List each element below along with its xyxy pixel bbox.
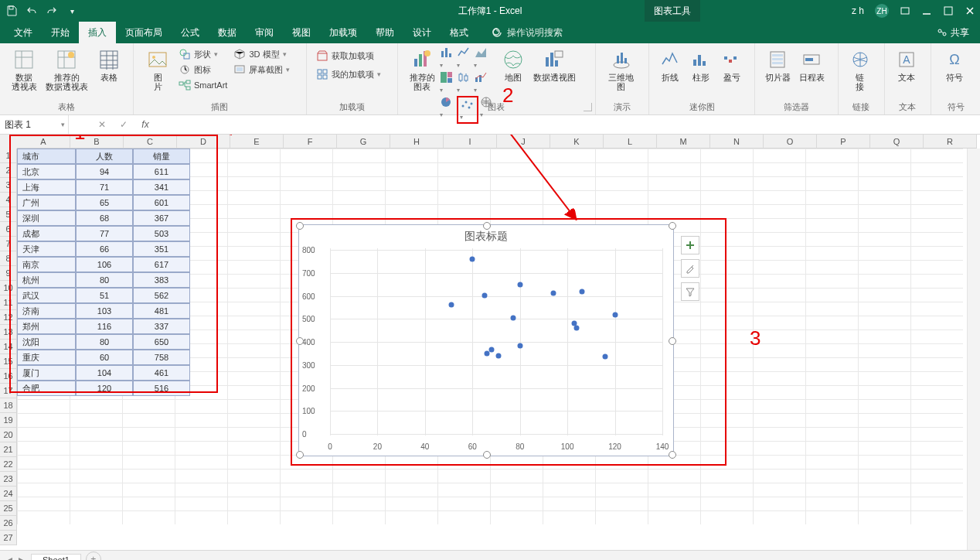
- line-chart-icon[interactable]: ▾: [457, 46, 472, 70]
- svg-rect-61: [772, 54, 783, 56]
- column-chart-icon[interactable]: ▾: [440, 46, 455, 70]
- my-addins-button[interactable]: 我的加载项▾: [313, 67, 391, 82]
- link-button[interactable]: 链 接: [845, 45, 876, 91]
- svg-line-71: [479, 135, 575, 218]
- group-links: 链 接 链接: [839, 43, 885, 114]
- enter-formula-icon[interactable]: ✓: [117, 119, 131, 130]
- screenshot-button[interactable]: 屏幕截图▾: [230, 62, 293, 77]
- pivotchart-icon: [543, 48, 566, 71]
- pivotchart-button[interactable]: 数据透视图: [531, 45, 577, 82]
- textbox-icon: A: [895, 48, 918, 71]
- sparkline-column-button[interactable]: 柱形: [686, 45, 716, 82]
- tab-review[interactable]: 审阅: [246, 22, 283, 43]
- tab-data[interactable]: 数据: [209, 22, 246, 43]
- tab-addins[interactable]: 加载项: [320, 22, 366, 43]
- slicer-button[interactable]: 切片器: [761, 45, 794, 82]
- cancel-formula-icon[interactable]: ✕: [95, 119, 109, 130]
- textbox-button[interactable]: A 文本: [891, 45, 922, 82]
- group-tours: 三维地 图 演示: [596, 43, 650, 114]
- svg-rect-2: [944, 7, 952, 15]
- worksheet-grid[interactable]: ABCDEFGHIJKLMNOPQR 123456789101112131415…: [0, 135, 980, 560]
- sheet-nav-prev[interactable]: ◂: [5, 554, 15, 560]
- svg-rect-47: [550, 53, 553, 67]
- tellme-search[interactable]: 操作说明搜索: [492, 22, 563, 43]
- svg-rect-9: [100, 51, 117, 68]
- sparkline-line-icon: [658, 48, 682, 71]
- shapes-button[interactable]: 形状▾: [175, 46, 230, 62]
- share-button[interactable]: 共享: [937, 22, 980, 43]
- svg-rect-1: [901, 8, 909, 14]
- group-illustrations-label: 插图: [134, 101, 306, 113]
- share-label: 共享: [951, 26, 969, 39]
- map-chart-button[interactable]: 地图: [495, 45, 531, 82]
- tab-design[interactable]: 设计: [403, 22, 441, 43]
- close-icon[interactable]: [965, 5, 975, 16]
- tab-insert[interactable]: 插入: [79, 22, 116, 43]
- smartart-button[interactable]: SmartArt: [175, 77, 230, 93]
- user-name[interactable]: z h: [852, 5, 864, 16]
- group-charts: 推荐的 图表 ▾ ▾ ▾ ▾ ▾ ▾ ▾ ▾ ▾: [398, 43, 596, 114]
- table-button[interactable]: 表格: [91, 45, 127, 91]
- combo-chart-icon[interactable]: ▾: [474, 71, 489, 94]
- svg-rect-6: [15, 51, 32, 68]
- group-addins-label: 加载项: [307, 101, 397, 113]
- add-sheet-button[interactable]: +: [86, 551, 101, 560]
- group-sparklines: 折线 柱形 盈亏 迷你图: [649, 43, 755, 114]
- shapes-icon: [179, 48, 191, 60]
- tab-home[interactable]: 开始: [42, 22, 79, 43]
- tab-help[interactable]: 帮助: [366, 22, 403, 43]
- pivottable-icon: [12, 48, 36, 71]
- tab-pagelayout[interactable]: 页面布局: [116, 22, 172, 43]
- symbol-button[interactable]: Ω 符号: [937, 45, 971, 82]
- treemap-icon[interactable]: ▾: [440, 71, 455, 94]
- group-charts-label: 图表: [398, 101, 595, 113]
- ribbon-display-icon[interactable]: [900, 5, 910, 16]
- undo-icon[interactable]: [25, 4, 39, 18]
- timeline-button[interactable]: 日程表: [795, 45, 828, 82]
- tab-format[interactable]: 格式: [441, 22, 478, 43]
- area-chart-icon[interactable]: ▾: [474, 46, 489, 70]
- tab-formulas[interactable]: 公式: [172, 22, 209, 43]
- threed-map-icon: [610, 48, 633, 71]
- minimize-icon[interactable]: [921, 5, 932, 16]
- user-avatar[interactable]: ZH: [875, 4, 889, 18]
- recommended-pivottable-button[interactable]: 推荐的 数据透视表: [43, 45, 90, 91]
- sparkline-winloss-button[interactable]: 盈亏: [717, 45, 747, 82]
- tab-view[interactable]: 视图: [283, 22, 320, 43]
- tab-file[interactable]: 文件: [5, 22, 42, 43]
- group-tables-label: 表格: [0, 101, 133, 113]
- annotation-number-2: 2: [502, 84, 513, 108]
- sheet-tabs-bar: ◂ ▸ Sheet1 +: [0, 550, 980, 560]
- link-icon: [849, 48, 872, 71]
- fx-icon[interactable]: fx: [138, 119, 152, 130]
- icons-icon: [179, 63, 191, 76]
- svg-rect-29: [441, 51, 444, 57]
- sparkline-line-button[interactable]: 折线: [655, 45, 685, 82]
- save-icon[interactable]: [5, 4, 19, 18]
- recommended-charts-button[interactable]: 推荐的 图表: [404, 45, 440, 91]
- svg-text:Ω: Ω: [949, 52, 959, 67]
- maximize-icon[interactable]: [943, 5, 954, 16]
- threed-model-button[interactable]: 3D 模型▾: [230, 46, 293, 62]
- group-tables: 数据 透视表 推荐的 数据透视表 表格 表格: [0, 43, 134, 114]
- sheet-nav-next[interactable]: ▸: [15, 554, 26, 560]
- stats-chart-icon[interactable]: ▾: [457, 71, 472, 94]
- pictures-button[interactable]: 图 片: [140, 45, 175, 93]
- svg-rect-59: [733, 56, 737, 60]
- charts-dialog-launcher[interactable]: [584, 103, 592, 111]
- svg-point-4: [938, 29, 941, 32]
- get-addins-button[interactable]: 获取加载项: [313, 48, 391, 63]
- myaddins-icon: [316, 68, 328, 80]
- customize-qat-icon[interactable]: ▾: [65, 4, 79, 18]
- threed-map-button[interactable]: 三维地 图: [602, 45, 641, 91]
- name-box[interactable]: 图表 1▾: [0, 115, 69, 134]
- group-symbols-label: 符号: [931, 101, 980, 113]
- sparkline-winloss-icon: [720, 48, 744, 71]
- group-text: A 文本 文本: [885, 43, 931, 114]
- pivottable-button[interactable]: 数据 透视表: [6, 45, 42, 91]
- recommended-charts-icon: [410, 48, 434, 71]
- redo-icon[interactable]: [45, 4, 59, 18]
- sheet-tab-active[interactable]: Sheet1: [31, 554, 81, 561]
- icons-button[interactable]: 图标: [175, 62, 230, 77]
- vertical-scrollbar[interactable]: [967, 149, 980, 551]
